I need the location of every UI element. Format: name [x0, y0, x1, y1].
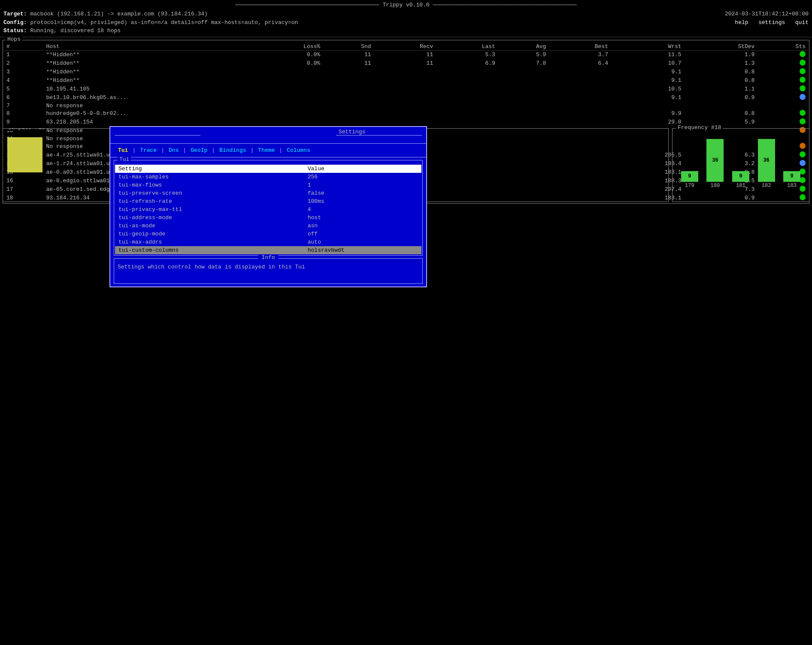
table-row: 8 hundredge0-5-0-0.br02... 9.9 0.8 — [4, 109, 808, 118]
hop-wrst — [611, 102, 684, 109]
col-loss: Loss% — [249, 43, 323, 51]
hop-wrst: 9.1 — [611, 68, 684, 76]
hop-snd — [323, 109, 373, 118]
hop-host: 63.218.205.154 — [43, 118, 249, 127]
col-host: Host — [43, 43, 249, 51]
config-value: protocol=icmp(v4, privileged) as-info=n/… — [30, 19, 298, 26]
hop-recv — [374, 109, 436, 118]
tab-tui[interactable]: Tui — [115, 146, 131, 154]
settings-row[interactable]: tui-geoip-mode off — [115, 230, 421, 238]
hop-host: 10.195.41.105 — [43, 85, 249, 93]
tab-columns[interactable]: Columns — [283, 146, 314, 154]
status-dot — [800, 118, 806, 124]
settings-col-value: Value — [304, 165, 421, 173]
info-section: Info Settings which control how data is … — [114, 258, 423, 284]
tab-theme[interactable]: Theme — [255, 146, 278, 154]
col-stdev: StDev — [684, 43, 757, 51]
setting-name: tui-preserve-screen — [115, 189, 304, 197]
freq-bar-wrap: 9 179 — [681, 171, 698, 189]
hop-recv — [374, 102, 436, 109]
hop-loss — [249, 109, 323, 118]
settings-row[interactable]: tui-max-samples 256 — [115, 173, 421, 181]
hop-host: hundredge0-5-0-0.br02... — [43, 109, 249, 118]
status-dot — [800, 94, 806, 100]
settings-row[interactable]: tui-as-mode asn — [115, 222, 421, 230]
freq-chart: 9 179 36 180 9 181 36 182 9 183 — [673, 129, 809, 202]
hop-last — [436, 93, 498, 102]
tui-section-label: Tui — [118, 156, 131, 163]
hop-host: No response — [43, 102, 249, 109]
samples-title: Samples #18 — [6, 128, 47, 131]
hop-best — [548, 85, 611, 93]
hop-host: **Hidden** — [43, 50, 249, 59]
status-label: Status: — [3, 27, 27, 34]
setting-name: tui-geoip-mode — [115, 230, 304, 238]
tab-geoip[interactable]: GeoIp — [187, 146, 211, 154]
freq-bar-wrap: 9 181 — [732, 171, 749, 189]
hop-best — [548, 118, 611, 127]
settings-row[interactable]: tui-max-flows 1 — [115, 181, 421, 189]
setting-value: 100ms — [304, 197, 421, 205]
status-dot — [800, 77, 806, 83]
hop-snd — [323, 118, 373, 127]
settings-row[interactable]: tui-custom-columns holsravbwdt — [115, 246, 421, 254]
hop-wrst: 10.5 — [611, 85, 684, 93]
settings-row[interactable]: tui-preserve-screen false — [115, 189, 421, 197]
setting-value: 256 — [304, 173, 421, 181]
hop-num: 6 — [4, 93, 43, 102]
settings-row[interactable]: tui-max-addrs auto — [115, 238, 421, 246]
hop-last: 6.9 — [436, 59, 498, 68]
hop-snd — [323, 68, 373, 76]
header-right: 2024-03-31T18:42:12+08:00 help settings … — [725, 10, 809, 35]
hop-loss — [249, 76, 323, 85]
hop-last — [436, 68, 498, 76]
tab-dns[interactable]: Dns — [165, 146, 182, 154]
table-row: 3 **Hidden** 9.1 0.8 — [4, 68, 808, 76]
help-cmd[interactable]: help — [735, 19, 748, 26]
hop-last: 5.3 — [436, 50, 498, 59]
datetime: 2024-03-31T18:42:12+08:00 — [725, 10, 809, 18]
table-row: 7 No response — [4, 102, 808, 109]
settings-row[interactable]: tui-refresh-rate 100ms — [115, 197, 421, 205]
hop-loss: 0.0% — [249, 59, 323, 68]
settings-cmd[interactable]: settings — [758, 19, 785, 26]
tab-trace[interactable]: Trace — [136, 146, 160, 154]
hop-wrst: 9.1 — [611, 76, 684, 85]
hop-best — [548, 68, 611, 76]
freq-bar: 36 — [758, 139, 775, 182]
freq-label: 183 — [787, 183, 797, 189]
setting-name: tui-max-addrs — [115, 238, 304, 246]
info-text: Settings which control how data is displ… — [118, 264, 419, 270]
freq-bar: 36 — [706, 139, 724, 182]
setting-name: tui-max-samples — [115, 173, 304, 181]
config-label: Config: — [3, 19, 27, 26]
hop-avg — [498, 68, 548, 76]
hop-snd — [323, 76, 373, 85]
table-row: 5 10.195.41.105 10.5 1.1 — [4, 85, 808, 93]
hop-wrst: 29.0 — [611, 118, 684, 127]
hop-loss — [249, 102, 323, 109]
hop-stdev: 0.8 — [684, 68, 757, 76]
hop-recv — [374, 68, 436, 76]
settings-row[interactable]: tui-privacy-max-ttl 4 — [115, 205, 421, 214]
setting-value: 4 — [304, 205, 421, 214]
hop-best — [548, 102, 611, 109]
hop-host: be13.10.br06.hkg05.as... — [43, 93, 249, 102]
hop-sts — [757, 59, 808, 68]
hop-sts — [757, 102, 808, 109]
setting-value: 1 — [304, 181, 421, 189]
settings-row[interactable]: tui-address-mode host — [115, 214, 421, 222]
status-dot — [800, 60, 806, 66]
quit-cmd[interactable]: quit — [795, 19, 809, 26]
hop-sts — [757, 109, 808, 118]
hop-best — [548, 109, 611, 118]
hop-num: 9 — [4, 118, 43, 127]
hop-loss — [249, 93, 323, 102]
setting-value: off — [304, 230, 421, 238]
table-row: 6 be13.10.br06.hkg05.as... 9.1 0.9 — [4, 93, 808, 102]
freq-bar-wrap: 36 180 — [706, 139, 724, 189]
col-wrst: Wrst — [611, 43, 684, 51]
hop-avg: 5.9 — [498, 50, 548, 59]
tab-bindings[interactable]: Bindings — [216, 146, 249, 154]
col-best: Best — [548, 43, 611, 51]
